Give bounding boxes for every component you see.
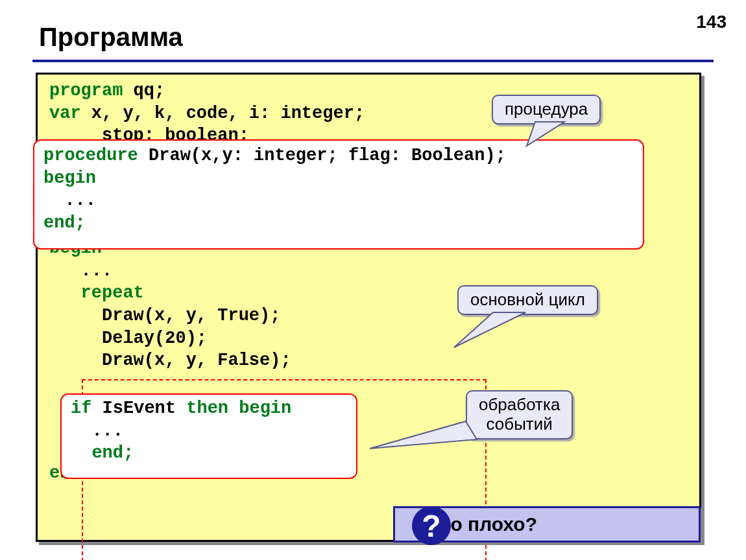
page-number: 143	[696, 12, 727, 32]
slide-title: Программа	[39, 23, 183, 52]
kw-var: var	[49, 104, 81, 123]
kw-repeat: repeat	[49, 283, 144, 303]
callout-main-loop: основной цикл	[457, 285, 598, 315]
callout-events: обработка событий	[466, 390, 573, 439]
event-box: if IsEvent then begin ... end;	[60, 393, 357, 479]
title-rule	[32, 60, 714, 62]
kw-program: program	[49, 81, 123, 100]
procedure-box: procedure Draw(x,y: integer; flag: Boole…	[33, 139, 644, 250]
callout-procedure: процедура	[492, 95, 601, 124]
question-mark-icon: ?	[412, 506, 451, 545]
